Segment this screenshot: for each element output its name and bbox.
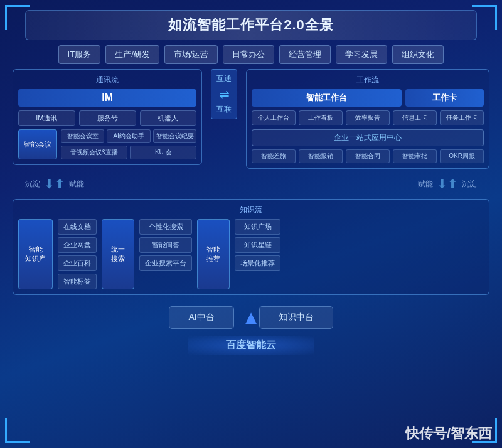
work-flow-label: 工作流 <box>252 75 484 85</box>
double-arrow-icon: ⇌ <box>216 87 232 102</box>
smart-meeting-label: 智能会议 <box>18 129 57 159</box>
work-item-1: 工作看板 <box>299 110 343 125</box>
flow-section: 通讯流 IM IM通讯 服务号 机器人 智能会议 智能会议室 AI约会助手 智能… <box>13 69 489 169</box>
knowledge-lib-label: 智能知识库 <box>25 245 46 264</box>
smart-meeting-block: 智能会议 智能会议室 AI约会助手 智能会议纪要 音视频会议&直播 KU 会 <box>18 129 196 159</box>
settle-left-arrows: ⬇⬆ <box>44 176 65 191</box>
unified-search-label: 统一搜索 <box>111 245 125 264</box>
im-header: IM <box>18 89 196 107</box>
knowledge-right-group: 知识广场 知识星链 场景化推荐 <box>235 219 280 289</box>
work-item-0: 个人工作台 <box>252 110 296 125</box>
platform-row: AI中台 ▲ 知识中台 <box>169 301 333 331</box>
arrow-box: 互通 ⇌ 互联 <box>211 69 237 119</box>
platform-up-arrow: ▲ <box>241 306 261 329</box>
baidu-cloud: 百度智能云 <box>188 334 314 356</box>
knowledge-left-group: 在线文档 企业网盘 企业百科 智能标签 <box>58 219 97 289</box>
arrow-bottom-label: 互联 <box>216 104 232 115</box>
know-item-3: 智能标签 <box>58 274 97 289</box>
know-item-0: 在线文档 <box>58 219 97 235</box>
knowledge-inner: 智能知识库 在线文档 企业网盘 企业百科 智能标签 统一搜索 个性化搜索 智能问… <box>18 219 484 289</box>
page-title: 如流智能工作平台2.0全景 <box>168 17 334 33</box>
right-item-1: 知识星链 <box>235 237 280 253</box>
work-card: 工作卡 <box>405 89 484 107</box>
knowledge-flow-section: 知识流 智能知识库 在线文档 企业网盘 企业百科 智能标签 统一搜索 个性化搜索… <box>13 199 489 295</box>
enterprise-item-0: 智能差旅 <box>252 149 296 163</box>
enterprise-item-4: OKR周报 <box>440 149 484 163</box>
meeting-item-0: 智能会议室 <box>61 129 104 143</box>
knowledge-center-group: 个性化搜索 智能问答 企业搜索平台 <box>139 219 192 289</box>
ai-platform: AI中台 <box>169 306 233 329</box>
enterprise-item-1: 智能报销 <box>299 149 343 163</box>
know-item-1: 企业网盘 <box>58 237 97 253</box>
meeting-item-2: 智能会议纪要 <box>153 129 196 143</box>
settle-row: 沉淀 ⬇⬆ 赋能 赋能 ⬇⬆ 沉淀 <box>13 174 489 194</box>
meeting-item-4: KU 会 <box>130 146 196 159</box>
right-item-2: 场景化推荐 <box>235 255 280 271</box>
comm-flow-label: 通讯流 <box>18 75 196 85</box>
smart-platform: 智能工作台 <box>252 89 402 107</box>
enterprise-items-row: 智能差旅 智能报销 智能合同 智能审批 OKR周报 <box>252 149 484 163</box>
corner-decoration-tl <box>5 5 30 30</box>
know-item-2: 企业百科 <box>58 255 97 271</box>
comm-flow-box: 通讯流 IM IM通讯 服务号 机器人 智能会议 智能会议室 AI约会助手 智能… <box>13 69 202 165</box>
knowledge-lib: 智能知识库 <box>18 219 53 289</box>
knowledge-flow-label: 知识流 <box>18 205 484 215</box>
settle-right: 赋能 ⬇⬆ 沉淀 <box>418 176 477 191</box>
center-item-1: 智能问答 <box>139 237 192 253</box>
smart-recommend-label: 智能推荐 <box>206 245 220 264</box>
settle-left-text2: 赋能 <box>69 179 84 189</box>
smart-meeting-grid: 智能会议室 AI约会助手 智能会议纪要 音视频会议&直播 KU 会 <box>61 129 196 159</box>
cat-daily[interactable]: 日常办公 <box>223 45 274 64</box>
baidu-cloud-label: 百度智能云 <box>188 336 314 355</box>
enterprise-item-3: 智能审批 <box>393 149 437 163</box>
settle-right-arrows: ⬇⬆ <box>437 176 458 191</box>
im-item-1: 服务号 <box>79 110 136 126</box>
work-flow-box: 工作流 智能工作台 工作卡 个人工作台 工作看板 效率报告 信息工卡 任务工作卡… <box>246 69 489 169</box>
arrow-top-label: 互通 <box>216 73 232 84</box>
work-item-2: 效率报告 <box>346 110 390 125</box>
settle-right-text2: 沉淀 <box>462 179 477 189</box>
work-top-row: 智能工作台 工作卡 <box>252 89 484 107</box>
center-item-0: 个性化搜索 <box>139 219 192 235</box>
meeting-row-2: 音视频会议&直播 KU 会 <box>61 146 196 159</box>
settle-right-text1: 赋能 <box>418 179 433 189</box>
corner-decoration-tr <box>472 5 497 30</box>
meeting-item-1: AI约会助手 <box>107 129 150 143</box>
knowledge-platform: 知识中台 <box>259 306 333 329</box>
cat-production[interactable]: 生产/研发 <box>105 45 159 64</box>
im-items-row: IM通讯 服务号 机器人 <box>18 110 196 126</box>
enterprise-center: 企业一站式应用中心 <box>252 129 484 146</box>
work-item-3: 信息工卡 <box>393 110 437 125</box>
platform-section: AI中台 ▲ 知识中台 百度智能云 <box>13 301 489 356</box>
title-bar: 如流智能工作平台2.0全景 <box>25 10 477 40</box>
enterprise-item-2: 智能合同 <box>346 149 390 163</box>
corner-decoration-br <box>472 418 497 443</box>
work-items-row: 个人工作台 工作看板 效率报告 信息工卡 任务工作卡 <box>252 110 484 125</box>
im-item-2: 机器人 <box>140 110 197 126</box>
smart-recommend: 智能推荐 <box>197 219 230 289</box>
im-item-0: IM通讯 <box>18 110 75 126</box>
meeting-row-1: 智能会议室 AI约会助手 智能会议纪要 <box>61 129 196 143</box>
center-item-2: 企业搜索平台 <box>139 255 192 271</box>
cat-it[interactable]: IT服务 <box>58 45 101 64</box>
cat-management[interactable]: 经营管理 <box>279 45 331 64</box>
meeting-item-3: 音视频会议&直播 <box>61 146 127 159</box>
cat-learning[interactable]: 学习发展 <box>336 45 387 64</box>
unified-search: 统一搜索 <box>102 219 134 289</box>
work-item-4: 任务工作卡 <box>440 110 484 125</box>
cat-culture[interactable]: 组织文化 <box>392 45 444 64</box>
settle-left-text1: 沉淀 <box>25 179 40 189</box>
right-item-0: 知识广场 <box>235 219 280 235</box>
category-tabs: IT服务 生产/研发 市场/运营 日常办公 经营管理 学习发展 组织文化 <box>19 45 483 64</box>
settle-left: 沉淀 ⬇⬆ 赋能 <box>25 176 84 191</box>
corner-decoration-bl <box>5 418 30 443</box>
cat-market[interactable]: 市场/运营 <box>164 45 218 64</box>
arrow-middle: 互通 ⇌ 互联 <box>208 69 240 119</box>
